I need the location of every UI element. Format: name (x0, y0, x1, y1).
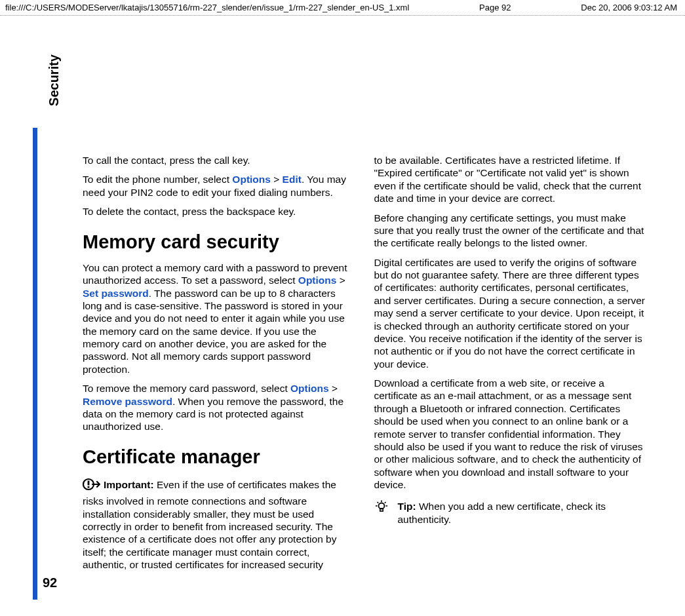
command-link: Options (290, 383, 329, 394)
paragraph: To call the contact, press the call key. (83, 154, 355, 166)
header-timestamp: Dec 20, 2006 9:03:12 AM (581, 3, 677, 12)
tip-text: Tip: When you add a new certificate, che… (398, 500, 646, 526)
paragraph: To delete the contact, press the backspa… (83, 205, 355, 218)
page-body: Security 92 To call the contact, press t… (33, 128, 659, 600)
tip-icon (374, 500, 389, 517)
heading: Certificate manager (83, 445, 355, 469)
paragraph: You can protect a memory card with a pas… (83, 261, 355, 375)
section-label: Security (47, 54, 62, 133)
important-note: Important: Even if the use of certificat… (83, 476, 355, 571)
header-page: Page 92 (479, 3, 511, 12)
paragraph: to be available. Certificates have a res… (374, 154, 646, 205)
paragraph: To edit the phone number, select Options… (83, 173, 355, 199)
svg-rect-1 (88, 480, 90, 485)
important-label: Important: (104, 479, 157, 490)
column-right: to be available. Certificates have a res… (374, 154, 646, 589)
svg-point-3 (378, 503, 384, 509)
svg-line-9 (384, 502, 385, 503)
paragraph: Download a certificate from a web site, … (374, 377, 646, 491)
header-path: file:///C:/USERS/MODEServer/lkatajis/130… (5, 3, 409, 12)
tip-label: Tip: (398, 501, 419, 512)
command-link: Options (232, 174, 271, 185)
heading: Memory card security (83, 230, 355, 254)
page-number: 92 (43, 575, 57, 590)
tip-note: Tip: When you add a new certificate, che… (374, 500, 646, 526)
paragraph: Before changing any certificate settings… (374, 212, 646, 250)
svg-rect-4 (380, 509, 382, 511)
command-link: Edit (283, 174, 302, 185)
svg-line-8 (377, 502, 378, 503)
side-tab: Security 92 (37, 128, 60, 600)
column-left: To call the contact, press the call key.… (83, 154, 355, 589)
svg-rect-2 (88, 486, 90, 488)
important-icon (83, 476, 102, 495)
paragraph: To remove the memory card password, sele… (83, 382, 355, 433)
command-link: Set password (83, 288, 149, 299)
print-header: file:///C:/USERS/MODEServer/lkatajis/130… (0, 0, 685, 16)
content-columns: To call the contact, press the call key.… (60, 128, 659, 600)
paragraph: Digital certificates are used to verify … (374, 256, 646, 370)
command-link: Options (298, 275, 337, 286)
command-link: Remove password (83, 396, 172, 407)
